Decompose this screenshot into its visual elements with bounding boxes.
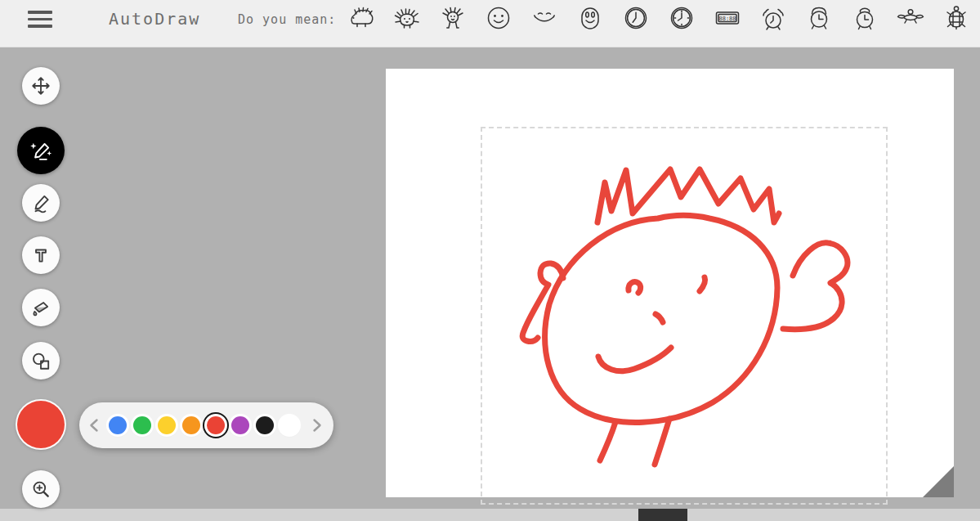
turtle-icon bbox=[942, 3, 971, 33]
palette-color-orange[interactable] bbox=[182, 416, 200, 434]
suggestion-wall-clock[interactable] bbox=[667, 3, 696, 33]
move-icon bbox=[30, 75, 51, 97]
alarm-clock-dome-icon bbox=[804, 3, 834, 33]
suggestion-alarm-clock-dome[interactable] bbox=[804, 3, 834, 33]
palette-color-white[interactable] bbox=[280, 416, 298, 434]
palette-dots bbox=[109, 416, 298, 434]
suggestion-hedgehog[interactable] bbox=[347, 3, 376, 33]
porcupine-face-icon bbox=[392, 3, 422, 33]
paint-bucket-icon bbox=[30, 297, 51, 318]
svg-text:88:88: 88:88 bbox=[718, 16, 736, 22]
clock-icon bbox=[621, 3, 651, 33]
autodraw-tool-button[interactable] bbox=[17, 127, 65, 174]
suggestion-porcupine-face[interactable] bbox=[392, 3, 422, 33]
wall-clock-icon bbox=[667, 3, 696, 33]
hedgehog-icon bbox=[347, 3, 376, 33]
alarm-clock-handle-icon bbox=[850, 3, 879, 33]
palette-color-purple[interactable] bbox=[231, 416, 249, 434]
smile-icon bbox=[530, 3, 559, 33]
suggestion-alarm-clock-handle[interactable] bbox=[850, 3, 879, 33]
chevron-left-icon bbox=[87, 418, 101, 433]
suggestion-digital-clock[interactable]: 88:88 bbox=[713, 3, 742, 33]
smiley-oval-icon bbox=[575, 3, 605, 33]
select-tool-button[interactable] bbox=[22, 67, 60, 105]
sea-turtle-icon bbox=[896, 3, 925, 33]
menu-icon[interactable] bbox=[28, 11, 52, 29]
palette-prev-button[interactable] bbox=[87, 418, 101, 433]
canvas-resize-handle[interactable] bbox=[923, 466, 954, 497]
text-icon bbox=[30, 245, 51, 266]
digital-clock-icon: 88:88 bbox=[713, 3, 742, 33]
palette-color-black[interactable] bbox=[256, 416, 274, 434]
suggestion-label: Do you mean: bbox=[238, 12, 336, 27]
type-tool-button[interactable] bbox=[22, 236, 60, 274]
palette-color-red[interactable] bbox=[207, 416, 225, 434]
zoom-tool-button[interactable] bbox=[22, 470, 60, 508]
suggestion-porcupine[interactable] bbox=[438, 3, 468, 33]
chevron-right-icon bbox=[311, 418, 324, 433]
palette-next-button[interactable] bbox=[311, 418, 324, 433]
palette-color-yellow[interactable] bbox=[158, 416, 176, 434]
suggestion-alarm-clock-ringing[interactable] bbox=[758, 3, 788, 33]
alarm-clock-ringing-icon bbox=[758, 3, 788, 33]
suggestion-smiley-oval[interactable] bbox=[575, 3, 605, 33]
suggestion-sea-turtle[interactable] bbox=[896, 3, 925, 33]
suggestion-smile[interactable] bbox=[530, 3, 559, 33]
shapes-icon bbox=[30, 350, 51, 371]
porcupine-icon bbox=[438, 3, 468, 33]
fill-tool-button[interactable] bbox=[22, 289, 60, 326]
pencil-icon bbox=[30, 192, 51, 213]
smiley-face-icon bbox=[484, 3, 513, 33]
topbar: AutoDraw Do you mean: bbox=[0, 0, 980, 47]
suggestion-clock[interactable] bbox=[621, 3, 651, 33]
scrollbar-thumb[interactable] bbox=[638, 509, 687, 521]
shape-tool-button[interactable] bbox=[22, 342, 60, 380]
app-title: AutoDraw bbox=[109, 9, 200, 29]
palette-color-blue[interactable] bbox=[109, 416, 127, 434]
color-swatch-button[interactable] bbox=[17, 401, 65, 448]
horizontal-scrollbar[interactable] bbox=[0, 509, 980, 521]
suggestion-turtle[interactable] bbox=[942, 3, 971, 33]
magnifier-icon bbox=[30, 478, 51, 500]
suggestion-row: 88:88 bbox=[347, 3, 971, 33]
draw-tool-button[interactable] bbox=[22, 184, 60, 222]
palette-color-green[interactable] bbox=[133, 416, 151, 434]
selection-box[interactable] bbox=[481, 127, 888, 505]
suggestion-smiley-face[interactable] bbox=[484, 3, 513, 33]
magic-pencil-icon bbox=[28, 137, 54, 164]
color-palette bbox=[79, 402, 333, 448]
